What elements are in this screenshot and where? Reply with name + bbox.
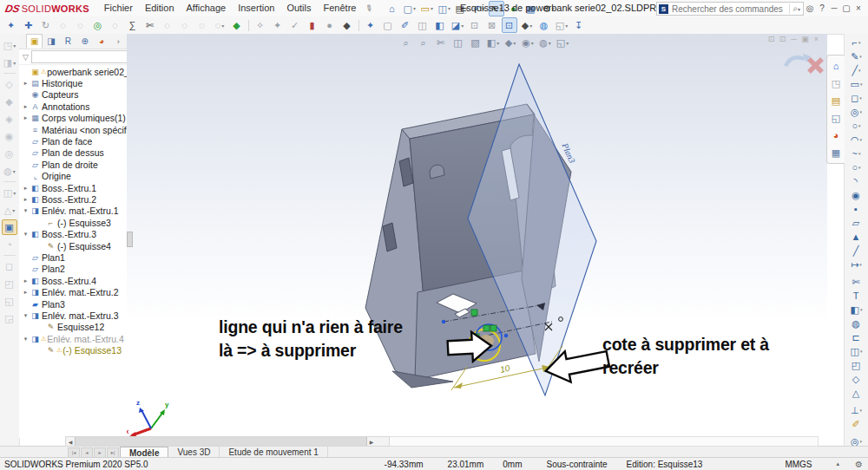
tree-item[interactable]: ▸ ◧ Boss.-Extru.2 bbox=[19, 193, 127, 205]
tool-icon[interactable]: ▣ bbox=[2, 219, 17, 235]
task-pane-icon[interactable]: ◕ bbox=[828, 127, 844, 143]
panel-splitter-handle[interactable] bbox=[127, 232, 133, 247]
tool-icon[interactable]: ◫▾ bbox=[2, 185, 17, 200]
sketch-tool-icon[interactable]: ⊥▾ bbox=[849, 403, 865, 417]
sketch-tool-icon[interactable]: ◻▾ bbox=[849, 91, 865, 105]
sketch-tool-icon[interactable]: ◇ bbox=[849, 372, 865, 386]
tab-nav-icon[interactable]: ▸ bbox=[94, 447, 106, 458]
viewport-window-icon[interactable]: ⊡ bbox=[777, 35, 788, 43]
scroll-left-icon[interactable]: ◀ bbox=[66, 437, 75, 446]
menu-item[interactable]: Insertion bbox=[232, 0, 280, 16]
viewport-window-icon[interactable]: × bbox=[811, 35, 822, 43]
tree-item[interactable]: ▱ Plan2 bbox=[19, 264, 127, 275]
toolbar-icon[interactable]: ◌ bbox=[177, 17, 193, 33]
sketch-tool-icon[interactable]: ✐ bbox=[849, 417, 865, 431]
feature-manager-tab[interactable]: › bbox=[110, 34, 127, 49]
tree-item[interactable]: ▣ ⚠ powerbank serie02_02 (Défaut<<Dé bbox=[19, 66, 127, 77]
view-tool-icon[interactable]: ◱▾ bbox=[555, 35, 570, 50]
scroll-right-icon[interactable]: ▶ bbox=[367, 437, 376, 446]
tree-filter-input[interactable] bbox=[31, 50, 128, 63]
sketch-tool-icon[interactable]: ▭▾ bbox=[849, 77, 865, 91]
toolbar-icon[interactable]: ↧ bbox=[571, 17, 587, 33]
sketch-tool-icon[interactable]: ✄ bbox=[849, 275, 865, 289]
tool-icon[interactable]: ◻ bbox=[2, 258, 17, 274]
sketch-tool-icon[interactable]: △ bbox=[849, 386, 865, 400]
menu-item[interactable]: Outils bbox=[280, 0, 317, 16]
sketch-tool-icon[interactable]: ↦▾ bbox=[849, 258, 865, 271]
tree-item[interactable]: ▾ ◨ Enlév. mat.-Extru.1 bbox=[19, 206, 127, 217]
expand-arrow-icon[interactable]: ▸ bbox=[22, 289, 30, 296]
tree-item[interactable]: ▸ ▦ Corps volumiques(1) bbox=[19, 113, 127, 124]
toolbar-icon[interactable] bbox=[248, 20, 249, 31]
tool-icon[interactable]: ◉ bbox=[2, 128, 17, 144]
view-tool-icon[interactable]: ◧▾ bbox=[485, 35, 501, 50]
toolbar-icon[interactable]: ✦ bbox=[3, 17, 19, 33]
toolbar-icon[interactable]: ◧ bbox=[432, 17, 448, 33]
sketch-tool-icon[interactable]: ◰ bbox=[849, 358, 865, 372]
expand-arrow-icon[interactable]: ▸ bbox=[22, 185, 30, 192]
account-icon[interactable]: ◎ bbox=[804, 3, 816, 13]
tab-nav-icon[interactable]: ▸| bbox=[107, 447, 119, 458]
view-tool-icon[interactable]: ◉▾ bbox=[520, 35, 536, 50]
tree-item[interactable]: ▾ ◧ Boss.-Extru.3 bbox=[19, 228, 127, 239]
toolbar-icon[interactable]: ● bbox=[322, 17, 338, 33]
toolbar-icon[interactable]: ✓ bbox=[287, 17, 303, 33]
tree-item[interactable]: ▱ Plan de face bbox=[19, 135, 127, 147]
expand-arrow-icon[interactable]: ▸ bbox=[22, 114, 30, 121]
sketch-tool-icon[interactable]: ⊏ bbox=[849, 330, 865, 344]
tool-icon[interactable] bbox=[3, 73, 16, 74]
toolbar-icon[interactable]: ◌ bbox=[160, 17, 175, 33]
tool-icon[interactable]: ◔ bbox=[2, 237, 17, 252]
task-pane-icon[interactable]: ◳ bbox=[828, 75, 844, 91]
toolbar-icon[interactable]: ✧ bbox=[253, 17, 268, 33]
sketch-tool-icon[interactable]: ◎▾ bbox=[849, 105, 865, 119]
tree-item[interactable]: ✎ (-) Esquisse4 bbox=[19, 240, 127, 251]
tree-item[interactable]: ▸ ◨ Enlév. mat.-Extru.2 bbox=[19, 286, 127, 297]
horizontal-scrollbar[interactable]: ◀ ▶ bbox=[65, 436, 390, 447]
units-dropdown-icon[interactable]: ▴ bbox=[837, 460, 840, 467]
expand-arrow-icon[interactable]: ▸ bbox=[22, 103, 30, 110]
tree-item[interactable]: ▸ ◧ Boss.-Extru.1 bbox=[19, 182, 127, 193]
tree-item[interactable]: ▱ Plan1 bbox=[19, 251, 127, 263]
toolbar-icon[interactable]: ✦ bbox=[270, 17, 286, 33]
menu-item[interactable]: Fichier bbox=[98, 0, 139, 16]
task-pane-icon[interactable]: ◱ bbox=[828, 110, 844, 126]
expand-arrow-icon[interactable]: ▸ bbox=[22, 196, 30, 203]
toolbar-icon[interactable]: ⌂ bbox=[385, 1, 400, 16]
tool-icon[interactable]: ◍▾ bbox=[2, 163, 17, 179]
view-tool-icon[interactable]: ⌕ bbox=[398, 35, 414, 50]
scrollbar-thumb[interactable] bbox=[75, 437, 367, 446]
expand-arrow-icon[interactable]: ▾ bbox=[22, 312, 30, 319]
sketch-tool-icon[interactable]: ╱ bbox=[849, 244, 865, 258]
units-label[interactable]: MMGS bbox=[785, 460, 812, 469]
sketch-tool-icon[interactable]: ▲ bbox=[849, 230, 865, 244]
toolbar-icon[interactable]: ▮ bbox=[305, 17, 320, 33]
toolbar-icon[interactable]: ✚ bbox=[21, 17, 36, 33]
tool-icon[interactable] bbox=[3, 181, 16, 182]
toolbar-icon[interactable]: ◍ bbox=[536, 17, 552, 33]
sketch-tool-icon[interactable]: ~▾ bbox=[849, 147, 865, 160]
toolbar-icon[interactable]: ◆ bbox=[339, 17, 355, 33]
tree-item[interactable]: ◉ Capteurs bbox=[19, 89, 127, 101]
toolbar-icon[interactable]: ✄ bbox=[142, 17, 158, 33]
sketch-tool-icon[interactable]: ╱▾ bbox=[849, 63, 865, 77]
task-pane-icon[interactable]: ▦ bbox=[828, 145, 844, 160]
tree-item[interactable]: ▸ A Annotations bbox=[19, 101, 127, 112]
tree-item[interactable]: ≡ Matériau <non spécifié> bbox=[19, 124, 127, 135]
toolbar-icon[interactable]: ◌ bbox=[73, 17, 89, 33]
menu-item[interactable]: Fenêtre bbox=[318, 0, 363, 16]
tool-icon[interactable]: △▾ bbox=[2, 202, 17, 218]
feature-manager-tab[interactable]: ⊕ bbox=[76, 34, 93, 49]
sketch-tool-icon[interactable]: ◍ bbox=[849, 317, 865, 330]
toolbar-icon[interactable]: ◱▾ bbox=[554, 17, 569, 33]
tool-icon[interactable]: ◎ bbox=[2, 146, 17, 161]
tree-item[interactable]: ⌞ Origine bbox=[19, 171, 127, 182]
tree-item[interactable]: ▸ ▤ Historique bbox=[19, 77, 127, 88]
close-button[interactable]: × bbox=[852, 3, 865, 13]
tool-icon[interactable]: ◈ bbox=[2, 111, 17, 127]
toolbar-icon[interactable]: ▢ bbox=[380, 17, 396, 33]
feature-manager-tab[interactable]: R bbox=[60, 34, 76, 49]
toolbar-icon[interactable]: ◆ bbox=[229, 17, 245, 33]
toolbar-icon[interactable]: ⊠ bbox=[484, 17, 500, 33]
sketch-tool-icon[interactable]: ○▾ bbox=[849, 160, 865, 174]
